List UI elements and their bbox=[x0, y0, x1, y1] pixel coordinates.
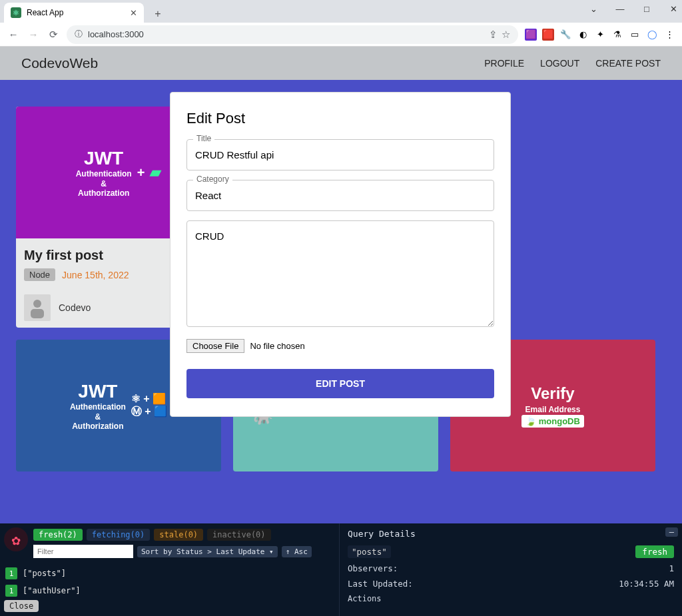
browser-tab[interactable]: ⚛ React App ✕ bbox=[4, 3, 144, 23]
updated-value: 10:34:55 AM bbox=[619, 579, 674, 589]
status-badges: fresh(2) fetching(0) stale(0) inactive(0… bbox=[0, 523, 339, 545]
extension-icon[interactable]: 🟥 bbox=[542, 29, 554, 41]
devtools-collapse-icon[interactable]: — bbox=[665, 527, 678, 537]
observer-count: 1 bbox=[5, 585, 17, 597]
browser-chrome: ⚛ React App ✕ + ⌄ — □ ✕ ← → ⟳ ⓘ localhos… bbox=[0, 0, 682, 47]
devtools-filters: Sort by Status > Last Update ▾ ↑ Asc bbox=[0, 545, 339, 562]
author-name: Codevo bbox=[59, 302, 91, 313]
post-date: June 15th, 2022 bbox=[62, 270, 129, 280]
window-minimize-icon[interactable]: — bbox=[614, 4, 626, 14]
title-field: Title bbox=[186, 139, 494, 170]
nav-back-icon[interactable]: ← bbox=[7, 29, 20, 40]
query-key: ["posts"] bbox=[23, 569, 66, 578]
edit-post-modal: Edit Post Title Category CRUD Choose Fil… bbox=[170, 92, 511, 417]
nav-create-post[interactable]: CREATE POST bbox=[595, 58, 661, 69]
address-bar[interactable]: ⓘ localhost:3000 ⇪ ☆ bbox=[67, 25, 518, 44]
nav-logout[interactable]: LOGOUT bbox=[540, 58, 579, 69]
title-input[interactable] bbox=[186, 139, 494, 170]
extension-icon[interactable]: ⚗ bbox=[611, 29, 623, 41]
filter-input[interactable] bbox=[33, 545, 133, 558]
observer-count: 1 bbox=[5, 567, 17, 579]
category-field: Category bbox=[186, 180, 494, 211]
tab-strip: ⚛ React App ✕ + ⌄ — □ ✕ bbox=[0, 0, 682, 23]
address-bar-row: ← → ⟳ ⓘ localhost:3000 ⇪ ☆ 🟪 🟥 🔧 ◐ ✦ ⚗ ▭… bbox=[0, 23, 682, 47]
tab-close-icon[interactable]: ✕ bbox=[130, 8, 137, 18]
share-icon[interactable]: ⇪ bbox=[489, 29, 498, 41]
window-close-icon[interactable]: ✕ bbox=[667, 4, 679, 14]
brand-title: CodevoWeb bbox=[21, 55, 98, 71]
devtools-close-button[interactable]: Close bbox=[4, 600, 39, 612]
extensions-row: 🟪 🟥 🔧 ◐ ✦ ⚗ ▭ ◯ ⋮ bbox=[525, 29, 675, 41]
sort-dropdown[interactable]: Sort by Status > Last Update ▾ bbox=[137, 546, 278, 557]
nav-profile[interactable]: PROFILE bbox=[484, 58, 524, 69]
app-nav: PROFILE LOGOUT CREATE POST bbox=[484, 58, 661, 69]
query-row[interactable]: 1 ["authUser"] bbox=[0, 582, 339, 599]
profile-icon[interactable]: ◯ bbox=[646, 29, 658, 41]
query-key: ["authUser"] bbox=[23, 586, 81, 595]
edit-post-button[interactable]: EDIT POST bbox=[186, 369, 494, 398]
updated-label: Last Updated: bbox=[348, 579, 413, 589]
url-text: localhost:3000 bbox=[88, 29, 144, 39]
avatar bbox=[24, 294, 51, 321]
file-row: Choose File No file chosen bbox=[186, 339, 494, 353]
inactive-badge[interactable]: inactive(0) bbox=[207, 529, 270, 541]
devtools-right-pane: — Query Details "posts" fresh Observers:… bbox=[340, 523, 682, 616]
nav-forward-icon[interactable]: → bbox=[27, 29, 40, 40]
actions-heading: Actions bbox=[348, 594, 674, 603]
browser-menu-icon[interactable]: ⋮ bbox=[663, 29, 675, 41]
observers-value: 1 bbox=[669, 563, 674, 573]
sort-direction-button[interactable]: ↑ Asc bbox=[282, 546, 312, 557]
extension-icon[interactable]: 🔧 bbox=[559, 29, 571, 41]
modal-heading: Edit Post bbox=[186, 110, 494, 127]
bookmark-icon[interactable]: ☆ bbox=[502, 29, 510, 41]
fresh-badge[interactable]: fresh(2) bbox=[33, 529, 83, 541]
observers-label: Observers: bbox=[348, 563, 398, 573]
app-body: JWT Authentication&Authorization + ▰ My … bbox=[0, 80, 682, 523]
thumb-text: JWT Authentication&Authorization bbox=[76, 147, 132, 198]
query-list: 1 ["posts"] 1 ["authUser"] bbox=[0, 562, 339, 602]
title-label: Title bbox=[193, 134, 214, 143]
new-tab-button[interactable]: + bbox=[149, 5, 167, 23]
choose-file-button[interactable]: Choose File bbox=[186, 339, 244, 353]
query-details-heading: Query Details bbox=[348, 529, 674, 539]
category-label: Category bbox=[193, 174, 232, 184]
query-detail-key: "posts" bbox=[348, 545, 391, 558]
body-textarea[interactable]: CRUD bbox=[186, 220, 494, 327]
body-field: CRUD bbox=[186, 220, 494, 330]
tab-favicon-icon: ⚛ bbox=[11, 7, 21, 18]
query-row[interactable]: 1 ["posts"] bbox=[0, 565, 339, 582]
extension-icon[interactable]: ◐ bbox=[577, 29, 589, 41]
tab-title: React App bbox=[27, 8, 63, 17]
file-status: No file chosen bbox=[250, 341, 304, 351]
fetching-badge[interactable]: fetching(0) bbox=[87, 529, 150, 541]
window-dropdown-icon[interactable]: ⌄ bbox=[587, 4, 599, 14]
app-header: CodevoWeb PROFILE LOGOUT CREATE POST bbox=[0, 47, 682, 80]
category-input[interactable] bbox=[186, 180, 494, 211]
extension-icon[interactable]: 🟪 bbox=[525, 29, 537, 41]
devtools-left-pane: ✿ fresh(2) fetching(0) stale(0) inactive… bbox=[0, 523, 340, 616]
nav-reload-icon[interactable]: ⟳ bbox=[47, 29, 60, 41]
window-maximize-icon[interactable]: □ bbox=[641, 4, 653, 14]
extension-icon[interactable]: ▭ bbox=[629, 29, 641, 41]
omnibox-actions: ⇪ ☆ bbox=[489, 29, 510, 41]
react-query-logo-icon[interactable]: ✿ bbox=[4, 527, 28, 551]
query-detail-status: fresh bbox=[635, 545, 674, 558]
react-query-devtools: ✿ fresh(2) fetching(0) stale(0) inactive… bbox=[0, 523, 682, 616]
site-info-icon[interactable]: ⓘ bbox=[75, 29, 83, 40]
window-controls: ⌄ — □ ✕ bbox=[587, 4, 679, 14]
category-badge: Node bbox=[24, 268, 55, 281]
extension-icon[interactable]: ✦ bbox=[594, 29, 606, 41]
stale-badge[interactable]: stale(0) bbox=[154, 529, 203, 541]
